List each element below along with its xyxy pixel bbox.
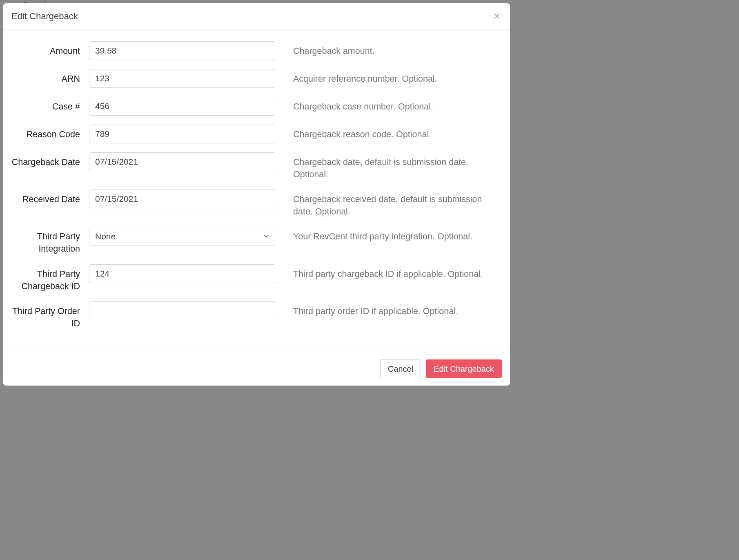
- third-party-integration-help: Your RevCent third party integration. Op…: [275, 227, 502, 243]
- reason-code-label: Reason Code: [11, 125, 89, 141]
- case-number-help: Chargeback case number. Optional.: [275, 97, 502, 113]
- row-received-date: Received Date Chargeback received date, …: [11, 190, 502, 218]
- modal-header: Edit Chargeback ×: [3, 3, 510, 30]
- edit-chargeback-button[interactable]: Edit Chargeback: [426, 359, 502, 378]
- edit-chargeback-modal: Edit Chargeback × Amount Chargeback amou…: [3, 3, 510, 386]
- received-date-help: Chargeback received date, default is sub…: [275, 190, 502, 218]
- third-party-order-id-help: Third party order ID if applicable. Opti…: [275, 301, 502, 317]
- third-party-integration-label: Third Party Integration: [11, 227, 89, 255]
- close-button[interactable]: ×: [492, 11, 502, 22]
- case-number-input[interactable]: [89, 97, 275, 116]
- row-arn: ARN Acquirer reference number. Optional.: [11, 69, 502, 88]
- arn-input[interactable]: [89, 69, 275, 88]
- third-party-chargeback-id-input[interactable]: [89, 264, 275, 283]
- row-third-party-chargeback-id: Third Party Chargeback ID Third party ch…: [11, 264, 502, 292]
- modal-title: Edit Chargeback: [11, 11, 78, 22]
- amount-help: Chargeback amount.: [275, 41, 502, 57]
- row-third-party-integration: Third Party Integration None Your RevCen…: [11, 227, 502, 255]
- arn-help: Acquirer reference number. Optional.: [275, 69, 502, 85]
- row-amount: Amount Chargeback amount.: [11, 41, 502, 60]
- amount-input[interactable]: [89, 41, 275, 60]
- reason-code-input[interactable]: [89, 125, 275, 143]
- row-chargeback-date: Chargeback Date Chargeback date, default…: [11, 152, 502, 181]
- reason-code-help: Chargeback reason code. Optional.: [275, 125, 502, 141]
- third-party-chargeback-id-label: Third Party Chargeback ID: [11, 264, 89, 292]
- amount-label: Amount: [11, 41, 89, 57]
- row-case-number: Case # Chargeback case number. Optional.: [11, 97, 502, 116]
- received-date-label: Received Date: [11, 190, 89, 205]
- chargeback-date-help: Chargeback date, default is submission d…: [275, 152, 502, 181]
- row-third-party-order-id: Third Party Order ID Third party order I…: [11, 301, 502, 330]
- third-party-integration-select[interactable]: None: [89, 227, 275, 245]
- chargeback-date-label: Chargeback Date: [11, 152, 89, 168]
- modal-body: Amount Chargeback amount. ARN Acquirer r…: [3, 30, 510, 352]
- third-party-order-id-label: Third Party Order ID: [11, 301, 89, 330]
- third-party-chargeback-id-help: Third party chargeback ID if applicable.…: [275, 264, 502, 280]
- row-reason-code: Reason Code Chargeback reason code. Opti…: [11, 125, 502, 143]
- received-date-input[interactable]: [89, 190, 275, 208]
- modal-footer: Cancel Edit Chargeback: [3, 352, 510, 386]
- chargeback-date-input[interactable]: [89, 152, 275, 171]
- cancel-button[interactable]: Cancel: [380, 359, 421, 378]
- case-number-label: Case #: [11, 97, 89, 113]
- arn-label: ARN: [11, 69, 89, 85]
- third-party-order-id-input[interactable]: [89, 301, 275, 320]
